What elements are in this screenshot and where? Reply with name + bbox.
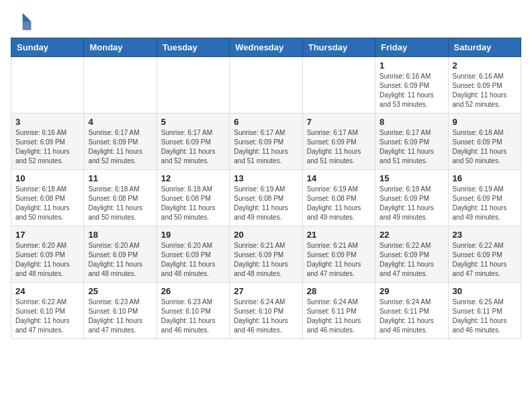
calendar-week-row: 10Sunrise: 6:18 AM Sunset: 6:08 PM Dayli… — [11, 170, 521, 226]
calendar-cell — [157, 57, 229, 113]
calendar-week-row: 17Sunrise: 6:20 AM Sunset: 6:09 PM Dayli… — [11, 226, 521, 283]
day-detail: Sunrise: 6:17 AM Sunset: 6:09 PM Dayligh… — [380, 128, 443, 166]
calendar-cell: 11Sunrise: 6:18 AM Sunset: 6:08 PM Dayli… — [84, 170, 157, 226]
calendar-day-header: Wednesday — [230, 38, 302, 57]
calendar-cell: 16Sunrise: 6:19 AM Sunset: 6:09 PM Dayli… — [448, 170, 521, 226]
day-number: 24 — [15, 286, 79, 296]
calendar-cell: 26Sunrise: 6:23 AM Sunset: 6:10 PM Dayli… — [157, 283, 229, 339]
day-detail: Sunrise: 6:16 AM Sunset: 6:09 PM Dayligh… — [15, 128, 79, 166]
calendar-cell: 3Sunrise: 6:16 AM Sunset: 6:09 PM Daylig… — [11, 113, 84, 170]
calendar-header: SundayMondayTuesdayWednesdayThursdayFrid… — [11, 38, 521, 57]
day-number: 13 — [234, 173, 298, 183]
calendar-cell — [230, 57, 302, 113]
calendar-cell: 20Sunrise: 6:21 AM Sunset: 6:09 PM Dayli… — [230, 226, 302, 283]
day-number: 26 — [161, 286, 225, 296]
day-detail: Sunrise: 6:16 AM Sunset: 6:09 PM Dayligh… — [380, 72, 443, 109]
day-detail: Sunrise: 6:19 AM Sunset: 6:08 PM Dayligh… — [307, 185, 371, 222]
day-number: 21 — [307, 230, 371, 240]
day-number: 14 — [307, 173, 371, 183]
calendar-day-header: Friday — [375, 38, 448, 57]
day-number: 29 — [380, 286, 443, 296]
day-number: 16 — [453, 173, 517, 183]
logo — [11, 11, 35, 32]
day-detail: Sunrise: 6:19 AM Sunset: 6:09 PM Dayligh… — [380, 185, 443, 222]
calendar-cell: 1Sunrise: 6:16 AM Sunset: 6:09 PM Daylig… — [375, 57, 448, 113]
calendar-cell: 22Sunrise: 6:22 AM Sunset: 6:09 PM Dayli… — [375, 226, 448, 283]
day-number: 5 — [161, 117, 225, 127]
calendar-cell: 30Sunrise: 6:25 AM Sunset: 6:11 PM Dayli… — [448, 283, 521, 339]
day-number: 23 — [453, 230, 517, 240]
calendar-cell: 13Sunrise: 6:19 AM Sunset: 6:08 PM Dayli… — [230, 170, 302, 226]
calendar-week-row: 1Sunrise: 6:16 AM Sunset: 6:09 PM Daylig… — [11, 57, 521, 113]
day-detail: Sunrise: 6:21 AM Sunset: 6:09 PM Dayligh… — [307, 241, 371, 279]
calendar-cell: 5Sunrise: 6:17 AM Sunset: 6:09 PM Daylig… — [157, 113, 229, 170]
calendar-cell: 24Sunrise: 6:22 AM Sunset: 6:10 PM Dayli… — [11, 283, 84, 339]
calendar-cell: 9Sunrise: 6:18 AM Sunset: 6:09 PM Daylig… — [448, 113, 521, 170]
calendar-cell: 29Sunrise: 6:24 AM Sunset: 6:11 PM Dayli… — [375, 283, 448, 339]
calendar-cell: 6Sunrise: 6:17 AM Sunset: 6:09 PM Daylig… — [230, 113, 302, 170]
day-detail: Sunrise: 6:20 AM Sunset: 6:09 PM Dayligh… — [161, 241, 225, 279]
day-number: 9 — [453, 117, 517, 127]
calendar-cell: 17Sunrise: 6:20 AM Sunset: 6:09 PM Dayli… — [11, 226, 84, 283]
calendar-day-header: Monday — [84, 38, 157, 57]
day-detail: Sunrise: 6:17 AM Sunset: 6:09 PM Dayligh… — [161, 128, 225, 166]
day-detail: Sunrise: 6:20 AM Sunset: 6:09 PM Dayligh… — [88, 241, 152, 279]
day-detail: Sunrise: 6:23 AM Sunset: 6:10 PM Dayligh… — [161, 298, 225, 335]
day-detail: Sunrise: 6:19 AM Sunset: 6:08 PM Dayligh… — [234, 185, 298, 222]
calendar-body: 1Sunrise: 6:16 AM Sunset: 6:09 PM Daylig… — [11, 57, 521, 339]
day-number: 8 — [380, 117, 443, 127]
calendar-cell — [11, 57, 84, 113]
day-detail: Sunrise: 6:21 AM Sunset: 6:09 PM Dayligh… — [234, 241, 298, 279]
calendar-cell: 27Sunrise: 6:24 AM Sunset: 6:10 PM Dayli… — [230, 283, 302, 339]
calendar-table: SundayMondayTuesdayWednesdayThursdayFrid… — [11, 38, 521, 339]
calendar-cell: 8Sunrise: 6:17 AM Sunset: 6:09 PM Daylig… — [375, 113, 448, 170]
calendar-cell: 4Sunrise: 6:17 AM Sunset: 6:09 PM Daylig… — [84, 113, 157, 170]
calendar-cell: 2Sunrise: 6:16 AM Sunset: 6:09 PM Daylig… — [448, 57, 521, 113]
day-number: 19 — [161, 230, 225, 240]
day-detail: Sunrise: 6:19 AM Sunset: 6:09 PM Dayligh… — [453, 185, 517, 222]
calendar-cell: 12Sunrise: 6:18 AM Sunset: 6:08 PM Dayli… — [157, 170, 229, 226]
calendar-cell — [302, 57, 375, 113]
calendar-cell: 19Sunrise: 6:20 AM Sunset: 6:09 PM Dayli… — [157, 226, 229, 283]
calendar-cell: 18Sunrise: 6:20 AM Sunset: 6:09 PM Dayli… — [84, 226, 157, 283]
calendar-cell: 7Sunrise: 6:17 AM Sunset: 6:09 PM Daylig… — [302, 113, 375, 170]
day-number: 6 — [234, 117, 298, 127]
calendar-day-header: Thursday — [302, 38, 375, 57]
day-number: 18 — [88, 230, 152, 240]
day-detail: Sunrise: 6:22 AM Sunset: 6:10 PM Dayligh… — [15, 298, 79, 335]
day-detail: Sunrise: 6:17 AM Sunset: 6:09 PM Dayligh… — [307, 128, 371, 166]
calendar-week-row: 3Sunrise: 6:16 AM Sunset: 6:09 PM Daylig… — [11, 113, 521, 170]
day-detail: Sunrise: 6:16 AM Sunset: 6:09 PM Dayligh… — [453, 72, 517, 109]
calendar-cell: 28Sunrise: 6:24 AM Sunset: 6:11 PM Dayli… — [302, 283, 375, 339]
day-number: 27 — [234, 286, 298, 296]
logo-icon — [11, 11, 32, 32]
day-detail: Sunrise: 6:23 AM Sunset: 6:10 PM Dayligh… — [88, 298, 152, 335]
day-number: 28 — [307, 286, 371, 296]
svg-marker-0 — [23, 13, 32, 21]
calendar-cell: 10Sunrise: 6:18 AM Sunset: 6:08 PM Dayli… — [11, 170, 84, 226]
day-detail: Sunrise: 6:17 AM Sunset: 6:09 PM Dayligh… — [88, 128, 152, 166]
calendar-cell: 14Sunrise: 6:19 AM Sunset: 6:08 PM Dayli… — [302, 170, 375, 226]
calendar-cell: 15Sunrise: 6:19 AM Sunset: 6:09 PM Dayli… — [375, 170, 448, 226]
day-detail: Sunrise: 6:20 AM Sunset: 6:09 PM Dayligh… — [15, 241, 79, 279]
calendar-day-header: Sunday — [11, 38, 84, 57]
day-detail: Sunrise: 6:24 AM Sunset: 6:10 PM Dayligh… — [234, 298, 298, 335]
day-detail: Sunrise: 6:18 AM Sunset: 6:08 PM Dayligh… — [15, 185, 79, 222]
day-number: 22 — [380, 230, 443, 240]
day-detail: Sunrise: 6:22 AM Sunset: 6:09 PM Dayligh… — [380, 241, 443, 279]
day-detail: Sunrise: 6:18 AM Sunset: 6:08 PM Dayligh… — [161, 185, 225, 222]
calendar-day-header: Saturday — [448, 38, 521, 57]
day-number: 25 — [88, 286, 152, 296]
calendar-cell: 25Sunrise: 6:23 AM Sunset: 6:10 PM Dayli… — [84, 283, 157, 339]
page-header — [11, 11, 521, 32]
day-number: 30 — [453, 286, 517, 296]
day-number: 1 — [380, 60, 443, 71]
day-number: 10 — [15, 173, 79, 183]
day-number: 12 — [161, 173, 225, 183]
calendar-day-header: Tuesday — [157, 38, 229, 57]
day-number: 15 — [380, 173, 443, 183]
calendar-cell — [84, 57, 157, 113]
day-detail: Sunrise: 6:24 AM Sunset: 6:11 PM Dayligh… — [307, 298, 371, 335]
day-detail: Sunrise: 6:18 AM Sunset: 6:09 PM Dayligh… — [453, 128, 517, 166]
day-detail: Sunrise: 6:17 AM Sunset: 6:09 PM Dayligh… — [234, 128, 298, 166]
